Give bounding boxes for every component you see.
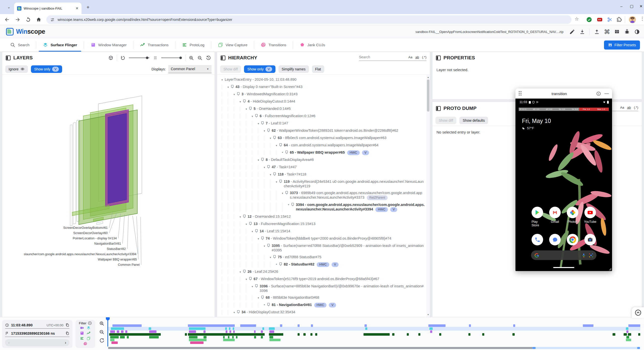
layers-3d-view[interactable]: ScreenDecorOverlayBottom#61ScreenDecorOv… [2, 75, 215, 317]
window-manager-entry[interactable] [626, 330, 628, 333]
tab-window-manager[interactable]: Window Manager [84, 38, 133, 52]
transactions-filter-icon[interactable] [87, 331, 91, 335]
match-case-toggle[interactable]: Aa [620, 106, 624, 109]
tree-node[interactable]: ▼34 - HideDisplayCutout:32:35#34 [217, 309, 426, 316]
view-capture-entry[interactable] [269, 339, 280, 341]
screen-recording-entry[interactable] [628, 324, 640, 327]
info-icon[interactable] [596, 91, 601, 96]
transactions-entry[interactable] [392, 333, 394, 336]
timeline-reset-zoom-icon[interactable] [99, 338, 104, 343]
transactions-entry[interactable] [624, 333, 627, 336]
match-word-toggle[interactable]: ab [627, 106, 631, 109]
screen-recording-entry[interactable] [280, 324, 282, 327]
tab-search[interactable]: Search [4, 38, 36, 52]
tree-node[interactable]: ▼13 - FullscreenMagnification:15:15#13 [217, 220, 426, 228]
copy-icon[interactable] [65, 323, 69, 327]
timeline-cursor[interactable] [107, 317, 108, 346]
protolog-entry[interactable] [223, 336, 225, 338]
browser-tab[interactable]: Winscope | sandbox-FAIL ✕ [14, 3, 82, 14]
flat-chip[interactable]: Flat [312, 65, 324, 73]
expand-arrow-icon[interactable]: ▼ [256, 236, 261, 241]
regex-toggle[interactable]: (.*) [422, 55, 426, 59]
window-manager-entry[interactable] [233, 330, 235, 333]
transactions-entry[interactable] [277, 333, 279, 336]
window-manager-entry[interactable] [121, 330, 124, 333]
3d-view-icon[interactable] [108, 55, 113, 61]
tree-node[interactable]: ▼118 - Task=7#118 [217, 171, 426, 178]
screen-recording-entry[interactable] [469, 324, 471, 327]
window-manager-entry[interactable] [229, 330, 231, 333]
reset-view-icon[interactable] [206, 55, 211, 61]
expand-arrow-icon[interactable]: ▼ [262, 128, 267, 133]
tree-node[interactable]: ▼68 - 885b63e NavigationBar0#68 [217, 294, 426, 301]
surface-flinger-entry[interactable] [269, 327, 275, 330]
transactions-entry[interactable] [315, 333, 317, 336]
site-settings-icon[interactable] [50, 18, 55, 22]
extension-red-icon[interactable] [597, 17, 603, 23]
timeline-range-handle-left[interactable] [532, 347, 536, 349]
expand-arrow-icon[interactable]: ▼ [268, 255, 273, 260]
expand-arrow-icon[interactable]: ▼ [274, 143, 279, 148]
expand-arrow-icon[interactable]: ▼ [256, 157, 261, 162]
extension-scissors-icon[interactable] [607, 17, 613, 23]
hierarchy-search-input[interactable]: Search Aa ab (.*) [359, 55, 426, 61]
view-capture-entry[interactable] [626, 339, 631, 341]
transactions-entry[interactable] [364, 333, 390, 336]
tree-node[interactable]: ▼74 - WindowToken{fdddbe6 type=2000 andr… [217, 235, 426, 242]
profile-avatar[interactable] [629, 16, 636, 23]
transactions-entry[interactable] [303, 333, 305, 336]
new-tab-button[interactable]: + [87, 5, 90, 10]
tab-view-capture[interactable]: View Capture [211, 38, 254, 52]
protolog-entry[interactable] [127, 336, 129, 338]
window-manager-filter-icon[interactable] [80, 331, 84, 335]
window-manager-entry[interactable] [261, 330, 263, 333]
tab-search-chevron-icon[interactable]: ⌄ [6, 4, 12, 11]
window-manager-entry[interactable] [125, 330, 127, 333]
track-view-capture[interactable] [108, 339, 640, 341]
resize-handle-icon[interactable] [608, 267, 612, 271]
match-word-toggle[interactable]: ab [415, 55, 419, 59]
surface-flinger-entry[interactable] [225, 327, 227, 330]
transactions-entry[interactable] [468, 333, 470, 336]
tree-node[interactable]: ▼43 - Display 0 name="Built-in Screen"#4… [217, 83, 426, 91]
transactions-entry[interactable] [281, 333, 283, 336]
screen-recording-entry[interactable] [188, 324, 235, 327]
collapse-panel-icon[interactable] [221, 56, 225, 60]
surface-flinger-filter-icon[interactable] [87, 326, 91, 330]
app-phone[interactable] [532, 234, 543, 245]
transition-overlay-window[interactable]: transition — [515, 89, 612, 271]
edit-trace-icon[interactable] [569, 29, 575, 35]
screen-recording-entry[interactable] [112, 324, 142, 327]
displays-select[interactable]: Common Panel ▼ [168, 65, 212, 73]
protolog-entry[interactable] [149, 336, 159, 338]
expand-arrow-icon[interactable]: ▼ [238, 317, 243, 317]
protolog-entry[interactable] [228, 336, 229, 338]
google-search-bar[interactable] [531, 250, 596, 260]
collapse-panel-icon[interactable] [436, 106, 441, 111]
track-surface-flinger[interactable] [108, 327, 640, 330]
view-capture-filter-icon[interactable] [87, 336, 91, 340]
tree-node[interactable]: ▼75 - ed70f88 StatusBar#75 [217, 253, 426, 261]
rotation-icon[interactable] [120, 55, 126, 61]
google-lens-icon[interactable] [589, 253, 593, 257]
url-bar[interactable]: winscope.teams.x20web.corp.google.com/pr… [46, 15, 572, 24]
screen-recording-entry[interactable] [240, 324, 256, 327]
transactions-entry[interactable] [418, 333, 420, 336]
tree-node[interactable]: ▼5 - OneHanded:0:14#5 [217, 105, 426, 112]
drag-handle-icon[interactable] [519, 91, 522, 96]
window-manager-entry[interactable] [204, 330, 206, 333]
transactions-entry[interactable] [298, 333, 300, 336]
window-minimize-button[interactable]: – [620, 4, 622, 8]
show-only-v-chip[interactable]: Show only V [244, 65, 275, 73]
tree-node[interactable]: ▼3373 - 6989b49 com.google.android.apps.… [217, 189, 426, 201]
expand-arrow-icon[interactable]: ▼ [268, 136, 273, 141]
tree-node[interactable]: ▼67 - WindowToken{e5176f9 type=2019 andr… [217, 275, 426, 283]
view-capture-entry[interactable] [110, 339, 114, 341]
screen-recording-entry[interactable] [428, 324, 446, 327]
expand-arrow-icon[interactable]: ▼ [244, 277, 249, 282]
protolog-entry[interactable] [269, 336, 273, 338]
track-transactions[interactable] [108, 333, 640, 336]
collapse-panel-icon[interactable] [436, 56, 441, 60]
tab-transitions[interactable]: Transitions [254, 38, 293, 52]
protolog-entry[interactable] [261, 336, 263, 338]
